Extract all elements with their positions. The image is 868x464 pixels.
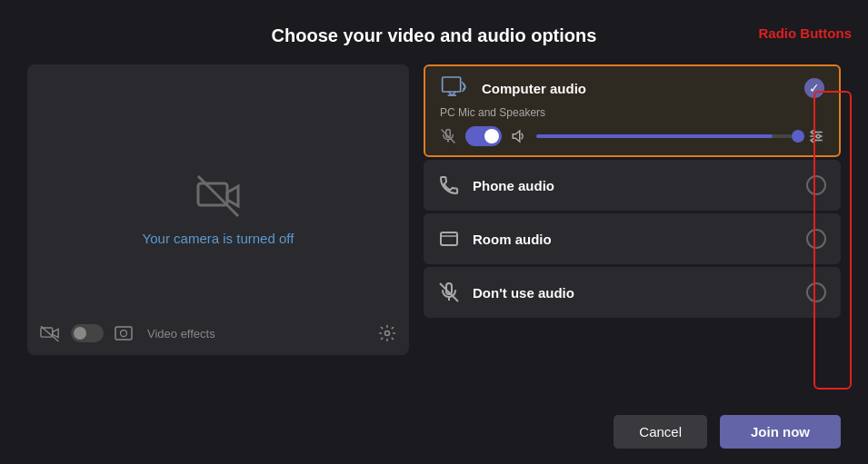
svg-rect-9	[443, 77, 461, 92]
svg-marker-16	[513, 131, 520, 142]
no-audio-name: Don't use audio	[473, 285, 806, 301]
computer-audio-name: Computer audio	[482, 81, 804, 96]
volume-thumb	[792, 130, 804, 143]
svg-marker-4	[53, 329, 58, 337]
computer-audio-radio[interactable]: ✓	[804, 78, 824, 98]
svg-point-8	[385, 331, 390, 336]
cancel-button[interactable]: Cancel	[614, 415, 707, 449]
svg-rect-23	[441, 232, 457, 245]
audio-option-phone[interactable]: Phone audio	[424, 160, 841, 211]
video-effects-label: Video effects	[147, 327, 367, 341]
room-audio-icon	[438, 228, 460, 250]
phone-audio-radio[interactable]	[806, 175, 826, 195]
computer-audio-icon	[440, 75, 469, 101]
pc-mic-label: PC Mic and Speakers	[440, 106, 824, 119]
svg-point-22	[812, 139, 815, 143]
speaker-icon	[511, 128, 527, 144]
camera-toggle[interactable]	[71, 324, 104, 342]
svg-rect-6	[115, 327, 132, 340]
mic-muted-icon[interactable]	[440, 128, 456, 144]
radio-buttons-annotation: Radio Buttons	[759, 25, 853, 41]
audio-option-computer[interactable]: Computer audio ✓ PC Mic and Speakers	[424, 64, 841, 157]
audio-panel: Computer audio ✓ PC Mic and Speakers	[424, 64, 841, 355]
camera-controls: Video effects	[40, 324, 396, 342]
computer-audio-controls	[440, 126, 824, 146]
svg-point-21	[816, 134, 820, 138]
phone-audio-name: Phone audio	[473, 178, 806, 193]
audio-option-none[interactable]: Don't use audio	[424, 267, 841, 318]
camera-off-icon	[196, 174, 240, 218]
volume-fill	[536, 134, 773, 138]
audio-option-room[interactable]: Room audio	[424, 213, 841, 264]
no-audio-icon	[438, 281, 460, 303]
footer: Cancel Join now	[0, 399, 868, 464]
video-effects-icon	[115, 326, 133, 341]
page-title: Choose your video and audio options	[0, 0, 868, 64]
settings-gear-icon[interactable]	[378, 324, 396, 342]
camera-off-text: Your camera is turned off	[143, 231, 294, 246]
room-audio-radio[interactable]	[806, 229, 826, 249]
audio-settings-icon[interactable]	[808, 128, 824, 144]
svg-marker-2	[227, 186, 238, 206]
join-now-button[interactable]: Join now	[720, 415, 841, 449]
svg-rect-3	[41, 328, 53, 337]
main-content: Your camera is turned off Video effects	[0, 64, 868, 355]
camera-toggle-icon[interactable]	[40, 325, 60, 341]
svg-point-7	[121, 331, 127, 337]
room-audio-name: Room audio	[473, 232, 806, 247]
mic-toggle[interactable]	[465, 126, 502, 146]
svg-point-20	[812, 131, 815, 134]
volume-slider[interactable]	[536, 134, 799, 138]
camera-panel: Your camera is turned off Video effects	[27, 64, 409, 355]
no-audio-radio[interactable]	[806, 282, 826, 302]
phone-audio-icon	[438, 174, 460, 196]
